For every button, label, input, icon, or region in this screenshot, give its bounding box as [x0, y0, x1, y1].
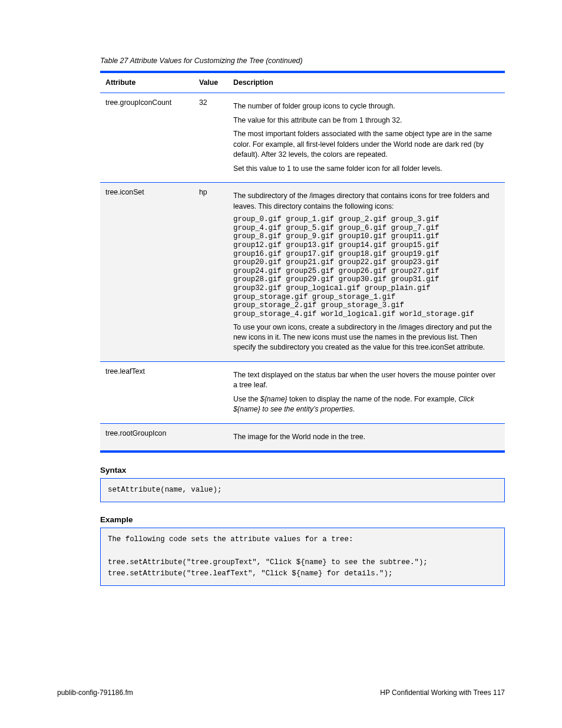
cell-desc: The subdirectory of the /images director… [228, 183, 505, 362]
syntax-heading: Syntax [100, 466, 505, 475]
cell-attr: tree.iconSet [100, 183, 194, 362]
cell-value: hp [194, 183, 228, 362]
cell-value [194, 361, 228, 423]
table-header-row: Attribute Value Description [100, 72, 505, 93]
desc-after: To use your own icons, create a subdirec… [233, 322, 500, 353]
desc-before: The subdirectory of the /images director… [233, 191, 500, 212]
desc-line: The most important folders associated wi… [233, 129, 500, 160]
icon-file-list: group_0.gif group_1.gif group_2.gif grou… [233, 215, 500, 319]
desc-after: Use the ${name} token to display the nam… [233, 394, 500, 415]
cell-attr: tree.rootGroupIcon [100, 423, 194, 452]
cell-value: 32 [194, 93, 228, 183]
col-value: Value [194, 72, 228, 93]
cell-attr: tree.leafText [100, 361, 194, 423]
desc-line: The value for this attribute can be from… [233, 116, 500, 126]
syntax-code-box: setAttribute(name, value); [100, 478, 505, 502]
table-row: tree.groupIconCount 32 The number of fol… [100, 93, 505, 183]
desc-line: Set this value to 1 to use the same fold… [233, 164, 500, 174]
col-attribute: Attribute [100, 72, 194, 93]
cell-desc: The number of folder group icons to cycl… [228, 93, 505, 183]
footer-left: publib-config-791186.fm [57, 689, 133, 697]
table-caption-continued: Table 27 Attribute Values for Customizin… [100, 57, 505, 65]
cell-value [194, 423, 228, 452]
table-row: tree.rootGroupIcon The image for the Wor… [100, 423, 505, 452]
example-heading: Example [100, 515, 505, 524]
desc-line: The number of folder group icons to cycl… [233, 101, 500, 111]
cell-desc: The image for the World node in the tree… [228, 423, 505, 452]
desc-before: The text displayed on the status bar whe… [233, 370, 500, 391]
table-row: tree.leafText The text displayed on the … [100, 361, 505, 423]
example-code-box: The following code sets the attribute va… [100, 528, 505, 586]
table-row: tree.iconSet hp The subdirectory of the … [100, 183, 505, 362]
attributes-table: Attribute Value Description tree.groupIc… [100, 71, 505, 453]
footer-right: HP Confidential Working with Trees 117 [380, 689, 505, 697]
cell-attr: tree.groupIconCount [100, 93, 194, 183]
cell-desc: The text displayed on the status bar whe… [228, 361, 505, 423]
col-description: Description [228, 72, 505, 93]
desc-line: The image for the World node in the tree… [233, 432, 500, 442]
